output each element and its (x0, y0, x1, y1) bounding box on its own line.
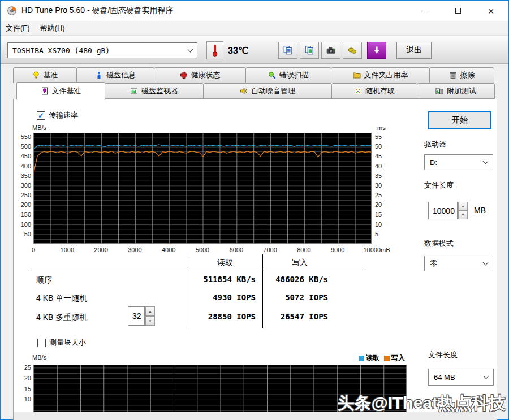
error-scan-icon (268, 71, 276, 79)
tab-health[interactable]: 健康状态 (154, 67, 246, 83)
folder-icon (353, 71, 361, 79)
chart-legend: 读取 写入 (354, 353, 405, 363)
tab-folder-usage[interactable]: 文件夹占用率 (331, 67, 430, 83)
data-mode-label: 数据模式 (424, 239, 454, 249)
4k-multi-write-value: 26547 IOPS (243, 312, 328, 321)
top-chart-y-unit: MB/s (32, 124, 46, 131)
chevron-down-icon (484, 374, 489, 379)
tab-random-access[interactable]: 随机存取 (331, 83, 417, 99)
file-length-unit: MB (474, 206, 486, 215)
checkbox-checked-icon: ✓ (37, 111, 45, 120)
tab-erase[interactable]: 擦除 (429, 67, 494, 83)
copy-text-button[interactable] (278, 42, 297, 59)
bottom-chart-left-ticks: 25201510 (15, 365, 31, 412)
maximize-button[interactable] (442, 1, 475, 21)
bottom-chart-y-unit: MB/s (32, 354, 46, 361)
queue-depth-stepper[interactable]: 32 ▲ ▼ (128, 306, 155, 326)
column-header-write: 写入 (266, 258, 334, 268)
tab-row-2: 文件基准 磁盘监视器 自动噪音管理 随机存取 附加测试 (16, 83, 494, 100)
export-icon (347, 45, 357, 55)
chevron-down-icon (483, 260, 489, 266)
block-size-checkbox[interactable]: 测量块大小 (37, 337, 86, 348)
file-length-value[interactable]: 10000 (428, 202, 458, 219)
row-label-4k-multi: 4 KB 多重随机 (36, 313, 87, 323)
copy-text-icon (283, 45, 293, 55)
tab-benchmark[interactable]: 基准 (13, 67, 77, 83)
top-chart-x-ticks: 0100020003000400050006000700080009000100… (33, 246, 372, 254)
top-chart-right-unit: ms (377, 124, 386, 131)
top-chart-right-ticks: 555045403530252015105 (375, 133, 392, 244)
transfer-rate-chart (33, 133, 372, 244)
start-button[interactable]: 开始 (428, 111, 491, 129)
read-legend-swatch (359, 356, 364, 361)
file-benchmark-panel: ✓ 传输速率 MB/s ms 5505004504003503002502001… (13, 99, 497, 420)
maximize-icon (455, 8, 461, 14)
trash-icon (449, 71, 457, 79)
transfer-rate-checkbox[interactable]: ✓ 传输速率 (37, 110, 78, 120)
file-length2-label: 文件长度 (428, 350, 458, 360)
extra-tests-icon (435, 87, 443, 95)
menu-bar: 文件(F) 帮助(H) (1, 21, 508, 36)
exit-button[interactable]: 退出 (396, 42, 432, 59)
file-length2-select[interactable]: 64 MB (428, 369, 494, 386)
tab-error-scan[interactable]: 错误扫描 (245, 67, 331, 83)
toolbar: TOSHIBA XS700 (480 gB) 33℃ (1, 36, 508, 64)
drive-label: 驱动器 (424, 139, 446, 149)
tab-aam[interactable]: 自动噪音管理 (203, 83, 332, 99)
speaker-icon (240, 87, 248, 95)
disk-monitor-icon (130, 87, 138, 95)
device-select[interactable]: TOSHIBA XS700 (480 gB) (7, 42, 197, 58)
file-length-stepper[interactable]: 10000 ▲ ▼ (428, 202, 468, 219)
tab-disk-monitor[interactable]: 磁盘监视器 (105, 83, 204, 99)
benchmark-icon (32, 71, 40, 79)
column-header-read: 读取 (191, 258, 259, 268)
close-icon: × (488, 6, 494, 16)
sequential-write-value: 486026 KB/s (243, 275, 328, 284)
tab-row-1: 基准 磁盘信息 健康状态 错误扫描 文件夹占用率 擦除 (13, 67, 494, 83)
window-title: HD Tune Pro 5.60 - 硬盘/固态硬盘实用程序 (21, 6, 173, 16)
chevron-down-icon (483, 159, 489, 164)
queue-depth-value[interactable]: 32 (128, 306, 145, 326)
spin-down-icon[interactable]: ▼ (458, 211, 468, 220)
spin-up-icon[interactable]: ▲ (458, 202, 468, 211)
minimize-icon (422, 11, 429, 11)
top-chart-left-ticks: 55050045040035030025020015010050 (15, 133, 31, 244)
checkbox-unchecked-icon (37, 339, 46, 347)
random-access-icon (354, 87, 362, 95)
thermometer-icon (212, 44, 218, 57)
app-window: HD Tune Pro 5.60 - 硬盘/固态硬盘实用程序 × 文件(F) 帮… (0, 0, 509, 420)
drive-select[interactable]: D: (424, 154, 493, 170)
read-legend-label: 读取 (366, 353, 379, 363)
spin-up-icon[interactable]: ▲ (145, 306, 155, 316)
tab-disk-info[interactable]: 磁盘信息 (76, 67, 154, 83)
download-button[interactable] (367, 42, 386, 59)
menu-help[interactable]: 帮助(H) (35, 21, 70, 35)
title-bar: HD Tune Pro 5.60 - 硬盘/固态硬盘实用程序 × (1, 1, 508, 21)
tab-file-benchmark[interactable]: 文件基准 (16, 82, 105, 100)
camera-icon (326, 45, 336, 55)
app-icon (7, 6, 17, 16)
tab-extra-tests[interactable]: 附加测试 (417, 83, 495, 99)
close-button[interactable]: × (475, 1, 507, 21)
write-legend-label: 写入 (391, 353, 405, 363)
file-length-label: 文件长度 (424, 180, 454, 190)
minimize-button[interactable] (409, 1, 442, 21)
row-label-sequential: 顺序 (36, 275, 52, 285)
table-header-rule (31, 271, 365, 271)
temperature-button[interactable] (206, 41, 223, 59)
device-select-value: TOSHIBA XS700 (480 gB) (12, 46, 110, 55)
menu-file[interactable]: 文件(F) (1, 21, 35, 35)
download-arrow-icon (372, 46, 381, 55)
data-mode-select[interactable]: 零 (424, 256, 493, 271)
watermark: 头条@ITheat热点科技 (337, 392, 506, 415)
screenshot-button[interactable] (321, 42, 340, 59)
copy-image-button[interactable] (300, 42, 319, 59)
write-legend-swatch (384, 356, 390, 361)
row-label-4k-single: 4 KB 单一随机 (36, 293, 87, 304)
chevron-down-icon (188, 47, 193, 53)
disk-info-icon (95, 71, 103, 79)
export-button[interactable] (343, 42, 362, 59)
4k-single-write-value: 5072 IOPS (243, 293, 328, 302)
spin-down-icon[interactable]: ▼ (145, 316, 155, 326)
file-benchmark-icon (41, 87, 49, 95)
